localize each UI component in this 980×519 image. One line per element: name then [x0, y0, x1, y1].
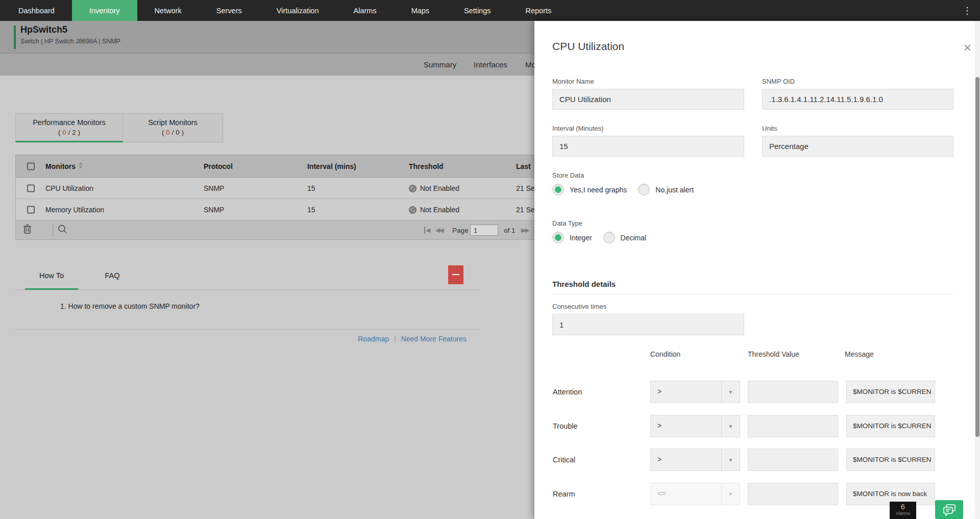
need-more-features-link[interactable]: Need More Features	[401, 335, 467, 343]
tab-label: Performance Monitors	[16, 118, 122, 127]
next-page-button[interactable]: ▶▶	[521, 227, 528, 234]
tab-count: ( 0 / 0 )	[123, 129, 223, 136]
threshold-value-column-header: Threshold Value	[748, 350, 799, 358]
tab-interfaces[interactable]: Interfaces	[474, 54, 507, 76]
sort-icon[interactable]	[79, 162, 83, 168]
tab-summary[interactable]: Summary	[424, 54, 456, 76]
tab-label: Script Monitors	[123, 118, 223, 127]
page-number-input[interactable]	[470, 225, 498, 236]
message-input[interactable]: $MONITOR is $CURREN	[846, 415, 935, 437]
condition-select[interactable]: >▼	[650, 381, 740, 403]
col-last: Last	[516, 162, 531, 170]
device-status-bar	[14, 26, 16, 49]
interval-input[interactable]	[552, 136, 744, 157]
divider	[15, 329, 480, 330]
radio-no-just-alert[interactable]	[638, 184, 650, 195]
panel-title: CPU Utilization	[552, 40, 624, 53]
condition-select[interactable]: >▼	[650, 415, 740, 437]
nav-item-virtualization[interactable]: Virtualization	[259, 0, 336, 21]
nav-item-maps[interactable]: Maps	[394, 0, 447, 21]
threshold-value-input[interactable]	[748, 449, 838, 471]
not-enabled-icon	[409, 185, 416, 192]
monitor-threshold: Not Enabled	[409, 184, 459, 192]
interval-label: Interval (Minutes)	[552, 125, 603, 132]
tab-script-monitors[interactable]: Script Monitors ( 0 / 0 )	[123, 113, 223, 142]
nav-item-inventory[interactable]: Inventory	[72, 0, 137, 21]
message-input[interactable]: $MONITOR is $CURREN	[846, 449, 935, 471]
roadmap-link[interactable]: Roadmap	[358, 335, 389, 343]
message-column-header: Message	[845, 350, 874, 358]
alarms-badge[interactable]: 6 Alarms	[890, 502, 916, 519]
nav-item-settings[interactable]: Settings	[447, 0, 508, 21]
store-data-options: Yes,I need graphs No,just alert	[552, 184, 705, 195]
device-snapshot-page: HpSwitch5 Switch | HP Switch J8698A | SN…	[0, 21, 534, 519]
units-input[interactable]	[762, 136, 953, 157]
units-label: Units	[762, 125, 777, 132]
first-page-button[interactable]: ◀	[424, 227, 429, 234]
table-row[interactable]: Memory Utilization SNMP 15 Not Enabled 2…	[15, 199, 534, 220]
snmp-oid-input[interactable]	[762, 89, 953, 110]
link-separator: |	[394, 335, 396, 343]
col-monitors[interactable]: Monitors	[45, 162, 83, 170]
severity-label: Critical	[553, 456, 575, 464]
radio-label: No,just alert	[655, 186, 694, 194]
cpu-utilization-panel: ✕ CPU Utilization Monitor Name SNMP OID …	[534, 21, 980, 519]
message-input[interactable]: $MONITOR is $CURREN	[846, 381, 935, 403]
select-all-checkbox[interactable]	[27, 162, 35, 170]
monitor-name-input[interactable]	[552, 89, 744, 110]
monitor-interval: 15	[307, 184, 315, 192]
not-enabled-icon	[409, 206, 416, 214]
prev-page-button[interactable]: ◀◀	[435, 227, 443, 234]
severity-label: Rearm	[553, 490, 575, 498]
device-name: HpSwitch5	[20, 24, 67, 35]
scrollbar-track[interactable]	[975, 21, 980, 519]
tab-how-to[interactable]: How To	[25, 271, 78, 280]
device-meta: Switch | HP Switch J8698A | SNMP	[20, 38, 120, 45]
chevron-down-icon: ▼	[721, 449, 740, 471]
feedback-chat-button[interactable]	[935, 500, 963, 519]
tab-performance-monitors[interactable]: Performance Monitors ( 0 / 2 )	[15, 113, 123, 142]
nav-item-alarms[interactable]: Alarms	[336, 0, 394, 21]
delete-button[interactable]	[23, 224, 32, 236]
condition-column-header: Condition	[650, 350, 680, 358]
nav-item-reports[interactable]: Reports	[508, 0, 569, 21]
tab-faq[interactable]: FAQ	[97, 271, 128, 280]
kebab-menu-icon[interactable]: ⋮	[958, 0, 977, 21]
snmp-oid-label: SNMP OID	[762, 78, 795, 85]
search-button[interactable]	[58, 224, 67, 236]
nav-item-servers[interactable]: Servers	[199, 0, 259, 21]
chevron-down-icon: ▼	[721, 415, 740, 437]
divider	[552, 294, 953, 294]
close-icon[interactable]: ✕	[963, 42, 972, 53]
search-icon	[58, 224, 67, 234]
threshold-value-input[interactable]	[748, 415, 838, 437]
device-tabbar: Summary Interfaces Monitors	[0, 54, 534, 76]
consecutive-times-input[interactable]	[552, 314, 744, 335]
radio-yes-need-graphs[interactable]	[552, 184, 564, 195]
alarms-count: 6	[890, 502, 916, 511]
row-checkbox[interactable]	[27, 206, 35, 213]
nav-item-dashboard[interactable]: Dashboard	[1, 0, 72, 21]
store-data-label: Store Data	[552, 171, 584, 179]
chat-bubbles-icon	[942, 504, 957, 516]
radio-decimal[interactable]	[603, 232, 615, 243]
row-checkbox[interactable]	[27, 184, 35, 192]
tab-monitors[interactable]: Monitors	[525, 54, 534, 76]
table-row[interactable]: CPU Utilization SNMP 15 Not Enabled 21 S…	[15, 178, 534, 199]
monitor-threshold: Not Enabled	[409, 206, 459, 214]
threshold-value-input[interactable]	[748, 483, 838, 505]
condition-select[interactable]: >▼	[650, 449, 740, 471]
radio-integer[interactable]	[552, 232, 564, 243]
monitor-name-label: Monitor Name	[552, 78, 594, 85]
minus-icon	[452, 274, 459, 275]
device-header: HpSwitch5 Switch | HP Switch J8698A | SN…	[0, 21, 534, 54]
nav-item-network[interactable]: Network	[137, 0, 199, 21]
threshold-value-input[interactable]	[748, 381, 838, 403]
collapse-help-button[interactable]	[448, 265, 463, 284]
radio-label: Integer	[570, 234, 592, 242]
monitor-protocol: SNMP	[204, 184, 224, 192]
radio-label: Yes,I need graphs	[570, 186, 627, 194]
scrollbar-thumb[interactable]	[975, 77, 979, 437]
radio-label: Decimal	[621, 234, 647, 242]
help-question-link[interactable]: 1. How to remove a custom SNMP monitor?	[60, 302, 200, 310]
